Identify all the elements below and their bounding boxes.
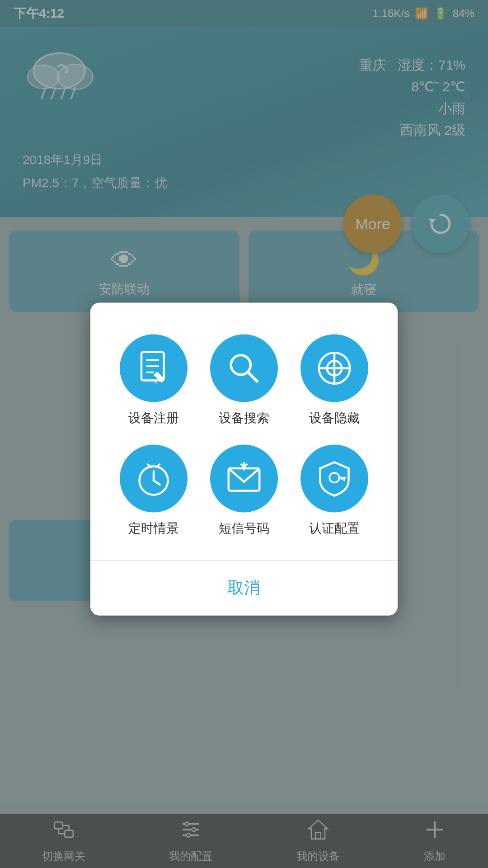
device-register-label: 设备注册 <box>128 410 179 426</box>
svg-marker-13 <box>155 381 157 383</box>
device-hide-label: 设备隐藏 <box>309 410 360 426</box>
device-search-label: 设备搜索 <box>219 410 269 426</box>
sms-number-icon-circle <box>210 445 278 513</box>
timer-scene-icon-circle <box>120 445 188 513</box>
more-modal: 设备注册 设备搜索 <box>90 302 398 615</box>
device-register-icon-circle <box>120 334 188 402</box>
cancel-button[interactable]: 取消 <box>90 561 398 615</box>
device-register-item[interactable]: 设备注册 <box>108 325 199 435</box>
auth-config-icon-circle <box>300 445 368 513</box>
timer-scene-label: 定时情景 <box>128 521 179 537</box>
svg-line-22 <box>154 481 160 485</box>
auth-config-label: 认证配置 <box>309 521 360 537</box>
device-hide-item[interactable]: 设备隐藏 <box>289 325 380 435</box>
device-search-item[interactable]: 设备搜索 <box>199 325 289 435</box>
timer-scene-item[interactable]: 定时情景 <box>108 436 199 546</box>
device-hide-icon-circle <box>300 334 368 402</box>
device-search-icon-circle <box>210 334 278 402</box>
sms-number-item[interactable]: 短信号码 <box>199 436 289 546</box>
modal-grid: 设备注册 设备搜索 <box>90 302 398 560</box>
sms-number-label: 短信号码 <box>219 521 269 537</box>
auth-config-item[interactable]: 认证配置 <box>289 436 380 546</box>
svg-point-28 <box>329 473 339 483</box>
svg-line-15 <box>248 372 257 381</box>
